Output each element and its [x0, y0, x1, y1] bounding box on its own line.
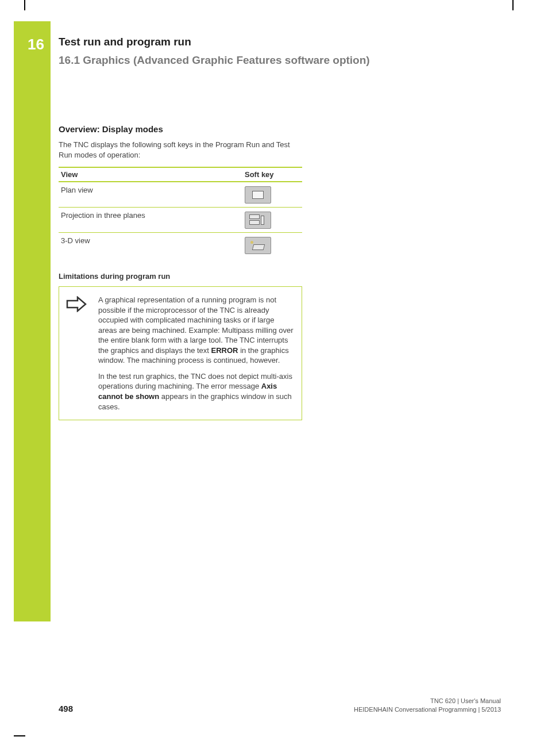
footer-right: TNC 620 | User's Manual HEIDENHAIN Conve… [354, 697, 501, 713]
crop-mark [24, 0, 25, 10]
display-modes-table: View Soft key Plan view Projection in th… [59, 167, 302, 258]
limitation-para-2: In the test run graphics, the TNC does n… [98, 371, 295, 412]
arrow-right-icon [66, 295, 89, 412]
overview-intro: The TNC displays the following soft keys… [59, 140, 300, 160]
note-text: A graphical representation of a running … [98, 295, 295, 412]
page-content: Test run and program run 16.1 Graphics (… [59, 36, 501, 420]
col-header-softkey: Soft key [245, 170, 302, 179]
footer-line-1: TNC 620 | User's Manual [354, 697, 501, 705]
crop-mark [512, 0, 514, 10]
chapter-number: 16 [28, 36, 44, 53]
table-row: 3-D view [59, 233, 302, 258]
footer-line-2: HEIDENHAIN Conversational Programming | … [354, 705, 501, 713]
overview-heading: Overview: Display modes [59, 124, 501, 134]
section-title: 16.1 Graphics (Advanced Graphic Features… [59, 54, 501, 67]
three-planes-icon [245, 212, 271, 229]
table-row: Plan view [59, 182, 302, 208]
limitation-para-1: A graphical representation of a running … [98, 295, 295, 366]
chapter-sidebar [14, 21, 51, 621]
page-number: 498 [59, 704, 73, 713]
note-box: A graphical representation of a running … [59, 286, 302, 420]
col-header-view: View [59, 170, 245, 179]
3d-view-icon [245, 237, 271, 254]
error-bold: ERROR [211, 346, 238, 355]
limitations-heading: Limitations during program run [59, 272, 501, 281]
view-label: Projection in three planes [59, 208, 245, 220]
view-label: Plan view [59, 182, 245, 194]
table-row: Projection in three planes [59, 208, 302, 233]
table-header-row: View Soft key [59, 167, 302, 182]
view-label: 3-D view [59, 233, 245, 245]
page-footer: 498 TNC 620 | User's Manual HEIDENHAIN C… [59, 697, 501, 713]
crop-mark [14, 735, 25, 736]
plan-view-icon [245, 186, 271, 204]
chapter-title: Test run and program run [59, 36, 501, 48]
